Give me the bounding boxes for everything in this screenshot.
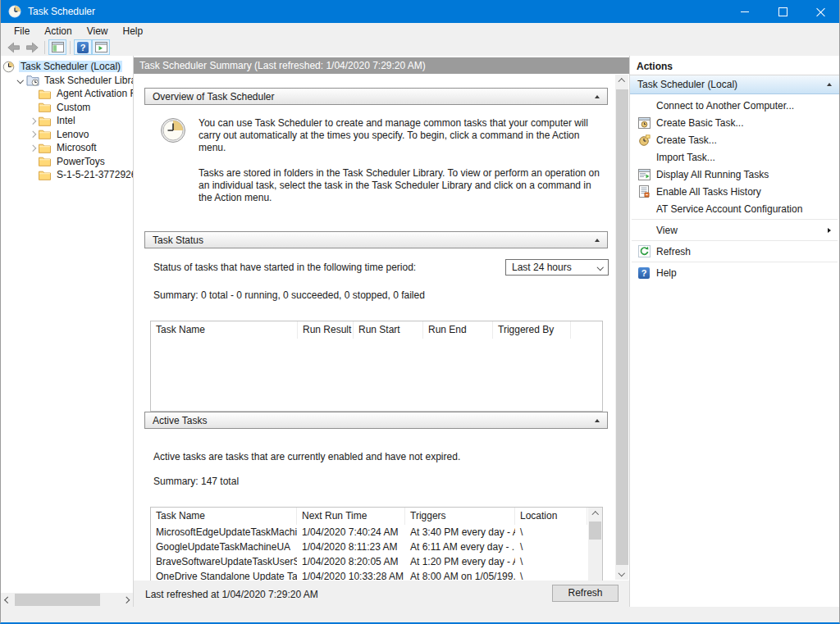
minimize-button[interactable] — [726, 0, 764, 23]
tree-item-label: Task Scheduler Library — [43, 75, 133, 86]
column-header-task-name[interactable]: Task Name — [151, 508, 297, 525]
help-button[interactable]: ? — [74, 39, 92, 55]
active-tasks-table[interactable]: Task NameNext Run TimeTriggersLocation M… — [150, 507, 603, 581]
chevron-down-icon — [596, 264, 603, 271]
tree-item-agent-activation-runt[interactable]: Agent Activation Runt — [1, 87, 133, 101]
scroll-left-arrow[interactable] — [1, 593, 15, 607]
tree-item-task-scheduler-local[interactable]: Task Scheduler (Local) — [1, 60, 133, 74]
scroll-down-arrow[interactable] — [615, 566, 629, 580]
tree-item-intel[interactable]: Intel — [1, 114, 133, 128]
tree-item-task-scheduler-library[interactable]: Task Scheduler Library — [1, 74, 133, 88]
folder-icon — [39, 101, 52, 113]
forward-arrow-icon — [25, 42, 39, 53]
action-refresh[interactable]: Refresh — [630, 243, 839, 260]
table-cell: \ — [515, 556, 587, 567]
status-bar — [1, 607, 839, 622]
collapse-icon[interactable] — [595, 95, 600, 98]
show-action-pane-button[interactable] — [92, 39, 110, 55]
tree-item-label: PowerToys — [55, 156, 107, 167]
scroll-right-arrow[interactable] — [119, 593, 133, 607]
back-button[interactable] — [5, 39, 23, 55]
table-row[interactable]: OneDrive Standalone Update Task-...1/04/… — [151, 569, 588, 581]
actions-group-label: Task Scheduler (Local) — [637, 79, 737, 90]
action-import-task[interactable]: Import Task... — [630, 148, 839, 166]
time-period-dropdown[interactable]: Last 24 hours — [505, 259, 609, 276]
close-button[interactable] — [801, 0, 839, 23]
overview-section-header[interactable]: Overview of Task Scheduler — [144, 88, 608, 105]
scroll-up-arrow[interactable] — [588, 508, 602, 522]
action-display-all-running-tasks[interactable]: Display All Running Tasks — [630, 166, 839, 183]
action-item-label: Create Task... — [656, 134, 717, 146]
tree-expand-chevron-icon[interactable] — [15, 78, 26, 83]
tree-item-microsoft[interactable]: Microsoft — [1, 141, 133, 155]
action-view[interactable]: View — [630, 221, 839, 239]
menu-help[interactable]: Help — [116, 24, 151, 39]
tree-item-powertoys[interactable]: PowerToys — [1, 155, 133, 169]
column-header-triggers[interactable]: Triggers — [405, 508, 515, 525]
action-help[interactable]: ?Help — [630, 264, 839, 281]
tree-item-lenovo[interactable]: Lenovo — [1, 128, 133, 142]
active-tasks-summary: Summary: 147 total — [153, 476, 608, 487]
actions-group-header[interactable]: Task Scheduler (Local) — [630, 75, 839, 94]
create-basic-task-icon — [637, 116, 651, 129]
scroll-thumb[interactable] — [616, 89, 628, 565]
forward-button[interactable] — [23, 39, 41, 55]
active-tasks-section: Active Tasks Active tasks are tasks that… — [144, 412, 608, 581]
column-header-task-name[interactable]: Task Name — [151, 321, 298, 339]
menu-view[interactable]: View — [80, 24, 116, 39]
console-tree-panel: Task Scheduler (Local)Task Scheduler Lib… — [1, 56, 134, 607]
summary-vertical-scrollbar[interactable] — [615, 75, 628, 580]
tree-horizontal-scrollbar[interactable] — [1, 593, 133, 607]
action-enable-all-tasks-history[interactable]: Enable All Tasks History — [630, 183, 839, 200]
scroll-thumb[interactable] — [589, 522, 601, 540]
menu-file[interactable]: File — [7, 24, 37, 39]
task-status-table[interactable]: Task NameRun ResultRun StartRun EndTrigg… — [150, 321, 603, 412]
help-icon: ? — [77, 42, 89, 53]
library-icon — [26, 74, 39, 86]
active-tasks-section-header[interactable]: Active Tasks — [144, 412, 608, 429]
tree-item-custom[interactable]: Custom — [1, 101, 133, 115]
column-header-run-start[interactable]: Run Start — [354, 321, 423, 339]
collapse-icon[interactable] — [827, 83, 832, 86]
column-header-triggered-by[interactable]: Triggered By — [493, 321, 571, 339]
tree-item-s-1-5-21-3772926790[interactable]: S-1-5-21-3772926790- — [1, 168, 133, 182]
table-row[interactable]: GoogleUpdateTaskMachineUA1/04/2020 8:11:… — [151, 540, 588, 554]
menu-action[interactable]: Action — [37, 24, 79, 39]
tree-expand-chevron-icon[interactable] — [27, 146, 39, 151]
show-console-tree-button[interactable] — [48, 39, 66, 55]
task-status-body: Status of tasks that have started in the… — [144, 248, 608, 412]
close-icon — [816, 7, 825, 16]
column-header-location[interactable]: Location — [515, 508, 587, 525]
tree-expand-chevron-icon[interactable] — [27, 119, 39, 124]
task-status-section: Task Status Status of tasks that have st… — [144, 231, 608, 412]
column-header-next-run-time[interactable]: Next Run Time — [297, 508, 405, 525]
action-item-label: View — [656, 225, 678, 236]
column-header-run-result[interactable]: Run Result — [298, 321, 354, 339]
tree-expand-chevron-icon[interactable] — [27, 132, 39, 137]
maximize-button[interactable] — [764, 0, 801, 23]
collapse-icon[interactable] — [595, 239, 600, 242]
scroll-down-arrow[interactable] — [588, 574, 602, 581]
action-create-basic-task[interactable]: Create Basic Task... — [630, 114, 839, 131]
scroll-thumb[interactable] — [15, 594, 100, 606]
refresh-button[interactable]: Refresh — [552, 585, 619, 602]
tree-item-label: Agent Activation Runt — [55, 88, 133, 99]
table-row[interactable]: MicrosoftEdgeUpdateTaskMachine...1/04/20… — [151, 525, 588, 540]
active-tasks-section-title: Active Tasks — [153, 415, 207, 426]
task-scheduler-clock-icon — [160, 117, 186, 143]
action-connect-to-another-computer[interactable]: Connect to Another Computer... — [630, 97, 839, 114]
column-header-run-end[interactable]: Run End — [423, 321, 493, 339]
action-at-service-account-configuration[interactable]: AT Service Account Configuration — [630, 200, 839, 217]
actions-separator — [632, 219, 838, 220]
action-pane-icon — [95, 42, 107, 52]
folder-icon — [39, 128, 52, 140]
scroll-up-arrow[interactable] — [615, 75, 629, 89]
table-vertical-scrollbar[interactable] — [588, 508, 602, 581]
table-cell: 1/04/2020 10:33:28 AM — [297, 571, 405, 581]
collapse-icon[interactable] — [595, 419, 600, 422]
task-status-section-header[interactable]: Task Status — [144, 231, 608, 248]
table-row[interactable]: BraveSoftwareUpdateTaskUserS-1-...1/04/2… — [151, 554, 588, 569]
time-period-label: Status of tasks that have started in the… — [153, 262, 416, 273]
table-cell: 1/04/2020 8:20:05 AM — [297, 556, 405, 567]
action-create-task[interactable]: Create Task... — [630, 131, 839, 148]
